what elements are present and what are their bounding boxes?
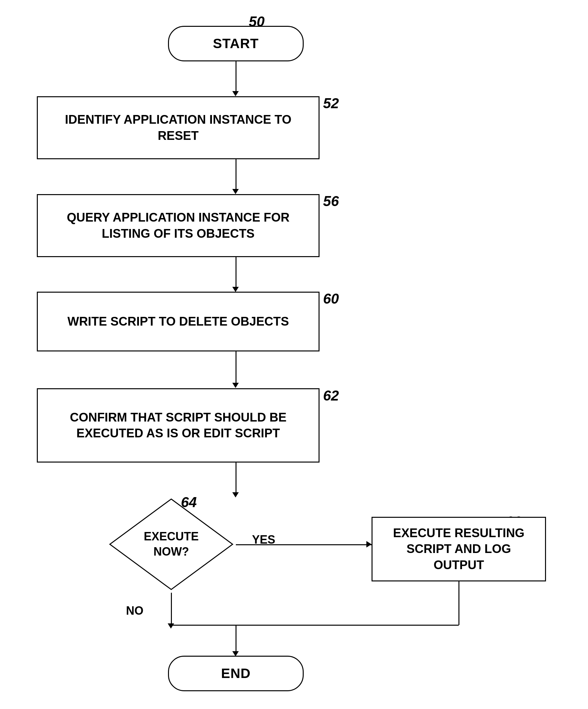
step-number-62: 62: [323, 388, 339, 404]
arrowhead-1: [232, 91, 239, 96]
arrow-no-down: [171, 593, 172, 627]
arrow-identify-to-query: [235, 159, 236, 191]
execute-now-label: EXECUTE NOW?: [126, 522, 216, 567]
arrow-confirm-to-decision: [235, 463, 236, 495]
arrowhead-4: [232, 383, 239, 388]
end-node: END: [168, 656, 304, 691]
arrow-to-end: [235, 625, 236, 654]
write-script-box: WRITE SCRIPT TO DELETE OBJECTS: [37, 292, 319, 351]
execute-script-box: EXECUTE RESULTING SCRIPT AND LOG OUTPUT: [372, 517, 546, 581]
query-instance-box: QUERY APPLICATION INSTANCE FOR LISTING O…: [37, 194, 319, 257]
flowchart-diagram: 50 START 52 IDENTIFY APPLICATION INSTANC…: [0, 0, 588, 709]
step-number-56: 56: [323, 193, 339, 209]
arrowhead-no: [168, 623, 174, 629]
arrow-execute-to-no-horizontal: [171, 625, 459, 626]
no-label: NO: [126, 604, 144, 618]
arrowhead-2: [232, 189, 239, 194]
execute-decision-diamond: EXECUTE NOW?: [107, 496, 236, 593]
confirm-script-box: CONFIRM THAT SCRIPT SHOULD BE EXECUTED A…: [37, 388, 319, 463]
step-number-60: 60: [323, 291, 339, 307]
arrow-execute-down: [458, 581, 459, 625]
arrow-write-to-confirm: [235, 351, 236, 385]
arrow-yes-to-execute: [236, 544, 372, 545]
identify-instance-box: IDENTIFY APPLICATION INSTANCE TO RESET: [37, 96, 319, 159]
arrowhead-yes: [366, 541, 372, 548]
arrowhead-3: [232, 287, 239, 292]
arrow-query-to-write: [235, 257, 236, 289]
arrow-start-to-identify: [235, 61, 236, 94]
step-number-52: 52: [323, 95, 339, 111]
start-node: START: [168, 26, 304, 61]
